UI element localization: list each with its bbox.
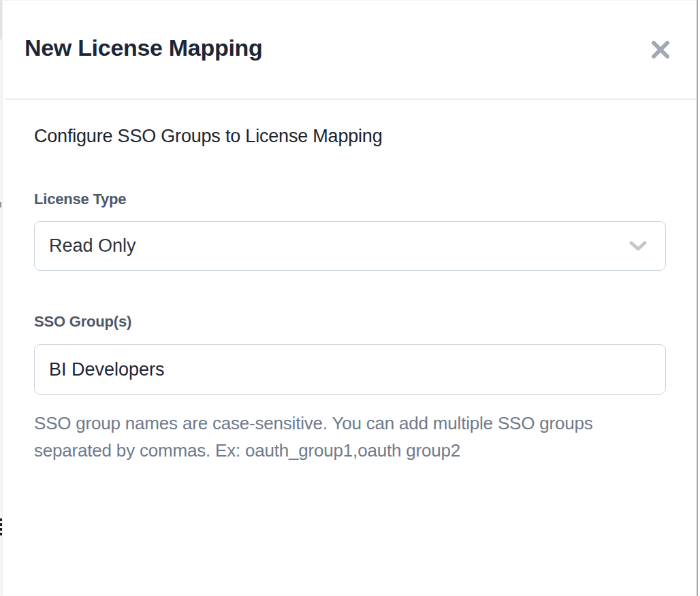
license-type-selected-value: Read Only bbox=[35, 235, 136, 256]
helper-line-1: SSO group names are case-sensitive. You … bbox=[34, 410, 593, 437]
license-type-label: License Type bbox=[34, 191, 126, 208]
modal-title: New License Mapping bbox=[25, 35, 262, 61]
list-icon-fragment bbox=[0, 518, 2, 536]
close-button[interactable] bbox=[646, 35, 675, 65]
header-divider bbox=[5, 99, 697, 100]
page-edge-top-fragment bbox=[0, 0, 2, 39]
page-fragment-dot bbox=[0, 202, 1, 208]
window-edge-line bbox=[697, 0, 698, 596]
modal-subtitle: Configure SSO Groups to License Mapping bbox=[34, 126, 383, 147]
page: { "page": { "background_fragments": { "l… bbox=[0, 0, 700, 596]
license-type-select[interactable]: Read Only bbox=[34, 221, 666, 271]
sso-groups-helper-text: SSO group names are case-sensitive. You … bbox=[34, 410, 593, 464]
sso-groups-label: SSO Group(s) bbox=[34, 313, 131, 331]
new-license-mapping-modal: New License Mapping Configure SSO Groups… bbox=[3, 0, 697, 596]
close-icon bbox=[649, 38, 672, 61]
chevron-down-icon bbox=[629, 240, 648, 252]
helper-line-2: separated by commas. Ex: oauth_group1,oa… bbox=[34, 437, 593, 464]
sso-groups-input[interactable] bbox=[34, 344, 666, 395]
